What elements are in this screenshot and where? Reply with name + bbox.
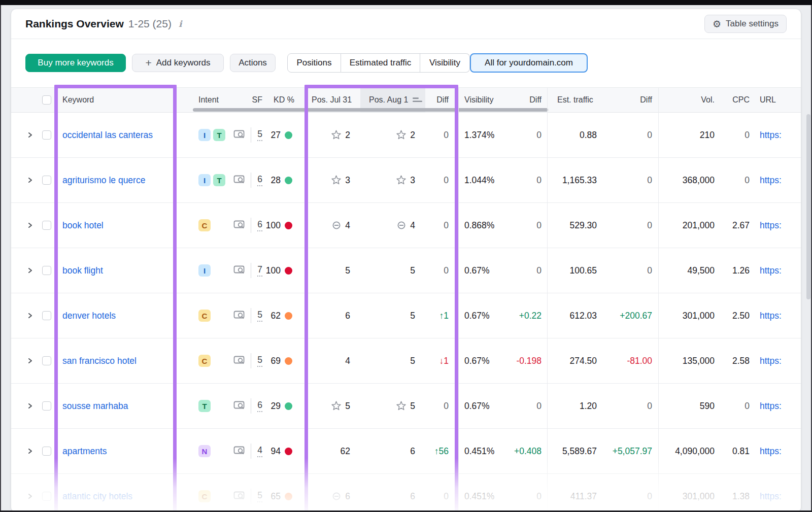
expand-chevron-icon[interactable] (27, 429, 33, 473)
serp-features-count[interactable]: 7 (253, 248, 262, 293)
col-est-traffic[interactable]: Est. traffic (557, 88, 593, 112)
expand-chevron-icon[interactable] (27, 248, 33, 293)
view-tab-visibility[interactable]: Visibility (420, 53, 470, 73)
expand-chevron-icon[interactable] (27, 338, 33, 383)
keyword-link[interactable]: denver hotels (62, 293, 116, 338)
serp-features-count[interactable]: 6 (253, 158, 262, 202)
pos-aug1-value: 6 (369, 429, 415, 473)
row-checkbox[interactable] (42, 474, 51, 512)
kd-value: 100 (264, 203, 281, 248)
serp-features-count[interactable]: 5 (253, 474, 262, 512)
expand-chevron-icon[interactable] (27, 384, 33, 428)
expand-chevron-icon[interactable] (27, 474, 33, 512)
col-volume[interactable]: Vol. (661, 88, 715, 112)
url-link[interactable]: https: (760, 474, 782, 512)
serp-features-count[interactable]: 6 (253, 384, 262, 428)
row-checkbox[interactable] (42, 248, 51, 293)
sf-divider (251, 443, 251, 459)
url-link[interactable]: https: (760, 203, 782, 248)
view-tab-all-for-yourdomain-com[interactable]: All for yourdomain.com (470, 53, 588, 73)
visibility-diff-value: 0 (505, 384, 542, 428)
row-checkbox[interactable] (42, 429, 51, 473)
gear-icon: ⚙ (713, 19, 721, 29)
star-icon (396, 175, 407, 185)
chevron-right-icon (27, 493, 33, 500)
url-link[interactable]: https: (760, 158, 782, 202)
serp-features-count[interactable]: 6 (253, 203, 262, 248)
url-link[interactable]: https: (760, 113, 782, 157)
col-keyword[interactable]: Keyword (62, 88, 94, 112)
intent-badges: T (198, 384, 211, 428)
frame-edge-left (0, 0, 1, 512)
select-all-checkbox[interactable] (42, 95, 51, 107)
visibility-diff-value: 0 (505, 203, 542, 248)
table-row: sousse marhabaT6295500.67%01.2005900http… (11, 384, 801, 429)
intent-badge-I: I (198, 174, 211, 186)
serp-features-count[interactable]: 4 (253, 429, 262, 473)
row-checkbox[interactable] (42, 338, 51, 383)
traffic-diff-value: 0 (603, 384, 652, 428)
expand-chevron-icon[interactable] (27, 203, 33, 248)
cpc-value: 0 (718, 158, 750, 202)
intent-badges: C (198, 203, 211, 248)
serp-features-count[interactable]: 5 (253, 293, 262, 338)
traffic-diff-value: -81.00 (603, 338, 652, 383)
volume-value: 4,090,000 (661, 429, 715, 473)
col-cpc[interactable]: CPC (718, 88, 750, 112)
expand-chevron-icon[interactable] (27, 158, 33, 202)
intent-badge-T: T (213, 174, 225, 186)
link-icon (396, 220, 407, 230)
url-link[interactable]: https: (760, 338, 782, 383)
table-settings-button[interactable]: ⚙ Table settings (704, 15, 787, 33)
expand-chevron-icon[interactable] (27, 113, 33, 157)
url-link[interactable]: https: (760, 248, 782, 293)
keyword-link[interactable]: agriturismo le querce (62, 158, 145, 202)
chevron-right-icon (27, 402, 33, 409)
intent-badges: C (198, 474, 211, 512)
kd-level-dot (285, 474, 292, 512)
row-checkbox[interactable] (42, 158, 51, 202)
pos-jul31-value: 62 (304, 429, 350, 473)
col-url[interactable]: URL (760, 88, 776, 112)
pos-diff-value: ↓1 (416, 338, 449, 383)
horizontal-scrollbar[interactable] (193, 108, 548, 112)
url-link[interactable]: https: (760, 293, 782, 338)
serp-features-icon (233, 248, 246, 293)
keyword-link[interactable]: book flight (62, 248, 103, 293)
keyword-link[interactable]: san francisco hotel (62, 338, 137, 383)
pos-aug1-value: 6 (369, 474, 415, 512)
est-traffic-value: 5,589.67 (543, 429, 597, 473)
url-link[interactable]: https: (760, 384, 782, 428)
serp-features-icon (233, 293, 246, 338)
keyword-link[interactable]: apartments (62, 429, 107, 473)
vertical-scrollbar[interactable] (806, 114, 810, 299)
serp-features-count[interactable]: 5 (253, 113, 262, 157)
keyword-link[interactable]: book hotel (62, 203, 104, 248)
intent-badges: IT (198, 158, 225, 202)
url-link[interactable]: https: (760, 429, 782, 473)
keyword-link[interactable]: sousse marhaba (62, 384, 128, 428)
buy-more-keywords-button[interactable]: Buy more keywords (25, 54, 126, 72)
star-icon (396, 130, 407, 140)
expand-chevron-icon[interactable] (27, 293, 33, 338)
row-checkbox[interactable] (42, 384, 51, 428)
view-tab-positions[interactable]: Positions (287, 53, 341, 73)
actions-button[interactable]: Actions (230, 54, 276, 72)
keyword-link[interactable]: occidental las canteras (62, 113, 153, 157)
keyword-link[interactable]: atlantic city hotels (62, 474, 132, 512)
link-icon (331, 220, 342, 230)
pos-jul31-value: 5 (304, 384, 350, 428)
est-traffic-value: 1.20 (543, 384, 597, 428)
table-row: occidental las canterasIT5272201.374%00.… (11, 113, 801, 158)
kd-value: 29 (264, 384, 281, 428)
info-icon[interactable]: i (179, 19, 182, 29)
view-tab-estimated-traffic[interactable]: Estimated traffic (341, 53, 420, 73)
row-checkbox[interactable] (42, 293, 51, 338)
add-keywords-button[interactable]: + Add keywords (132, 54, 224, 72)
row-checkbox[interactable] (42, 203, 51, 248)
visibility-value: 1.374% (464, 113, 494, 157)
row-checkbox[interactable] (42, 113, 51, 157)
serp-features-count[interactable]: 5 (253, 338, 262, 383)
serp-browser-icon (233, 129, 246, 141)
col-traffic-diff[interactable]: Diff (603, 88, 652, 112)
